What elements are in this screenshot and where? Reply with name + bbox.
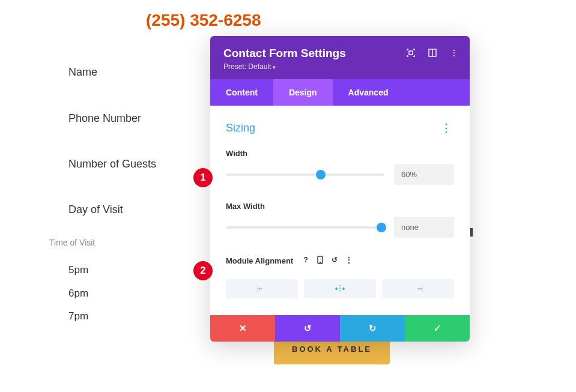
decorative-bar: [470, 228, 473, 237]
phone-number: (255) 352-6258: [146, 11, 261, 30]
align-left-button[interactable]: [226, 279, 298, 298]
bg-field-phone[interactable]: Phone Number: [68, 112, 141, 125]
panel-tabs: Content Design Advanced: [210, 79, 470, 106]
bg-time-option[interactable]: 5pm: [68, 264, 88, 276]
help-icon[interactable]: ?: [302, 256, 310, 266]
kebab-menu-icon[interactable]: ⋮: [449, 48, 459, 58]
section-title-sizing[interactable]: Sizing: [226, 122, 255, 134]
width-input[interactable]: [394, 164, 454, 185]
hover-icon[interactable]: ↺: [330, 256, 339, 266]
width-slider[interactable]: [226, 173, 384, 176]
portability-icon[interactable]: [428, 48, 437, 58]
svg-point-4: [320, 262, 321, 262]
width-slider-thumb[interactable]: [316, 170, 326, 179]
annotation-marker-2: 2: [193, 261, 213, 280]
align-center-button[interactable]: [304, 279, 376, 298]
responsive-icon[interactable]: [316, 256, 324, 266]
max-width-input[interactable]: [394, 217, 454, 238]
bg-field-name[interactable]: Name: [68, 66, 97, 79]
panel-header: Contact Form Settings Preset: Default ⋮: [210, 36, 470, 79]
save-button[interactable]: ✓: [405, 315, 470, 342]
section-menu-icon[interactable]: ⋮: [438, 121, 454, 134]
annotation-marker-1: 1: [193, 168, 213, 187]
tab-design[interactable]: Design: [273, 79, 333, 106]
field-alignment: Module Alignment ? ↺ ⋮: [226, 255, 454, 298]
field-max-width: Max Width: [226, 202, 454, 238]
bg-field-guests[interactable]: Number of Guests: [68, 158, 156, 170]
redo-button[interactable]: ↻: [340, 315, 405, 342]
field-width: Width: [226, 149, 454, 185]
bg-time-option[interactable]: 7pm: [68, 310, 88, 322]
undo-button[interactable]: ↺: [275, 315, 340, 342]
max-width-slider[interactable]: [226, 226, 384, 229]
preset-dropdown[interactable]: Preset: Default: [223, 62, 456, 71]
alignment-label: Module Alignment: [226, 256, 293, 265]
max-width-label: Max Width: [226, 202, 454, 211]
settings-panel: Contact Form Settings Preset: Default ⋮ …: [210, 36, 470, 342]
align-right-button[interactable]: [382, 279, 454, 298]
bg-field-day[interactable]: Day of Visit: [68, 204, 123, 216]
expand-icon[interactable]: [406, 48, 416, 58]
field-menu-icon[interactable]: ⋮: [345, 256, 353, 266]
panel-footer: ✕ ↺ ↻ ✓: [210, 315, 470, 342]
max-width-slider-thumb[interactable]: [377, 223, 386, 232]
close-button[interactable]: ✕: [210, 315, 275, 342]
bg-time-option[interactable]: 6pm: [68, 288, 88, 300]
svg-rect-0: [409, 51, 413, 55]
bg-time-label: Time of Visit: [49, 238, 95, 247]
tab-content[interactable]: Content: [210, 79, 273, 106]
tab-advanced[interactable]: Advanced: [333, 79, 404, 106]
panel-body: Sizing ⋮ Width Max Width: [210, 106, 470, 315]
width-label: Width: [226, 149, 454, 158]
